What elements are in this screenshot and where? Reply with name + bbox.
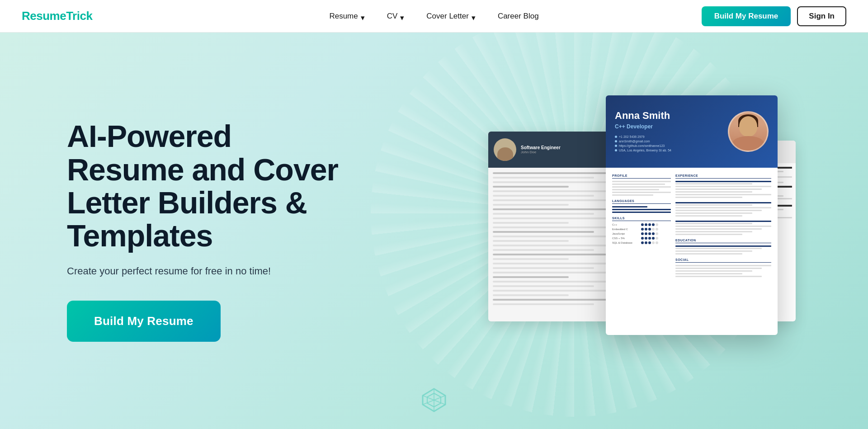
resume-line — [493, 213, 594, 215]
resume-line — [675, 226, 771, 227]
nav-item-cv[interactable]: CV ▾ — [379, 8, 415, 24]
resume-front-avatar — [728, 111, 769, 152]
resume-line — [612, 189, 659, 190]
resume-name: Anna Smith — [615, 110, 721, 122]
skill-row: Embedded C — [612, 228, 671, 231]
resume-section-social: Social — [675, 258, 771, 263]
resume-right-column: Experience — [675, 174, 771, 278]
resume-line — [493, 226, 619, 228]
resume-line — [493, 276, 569, 278]
logo[interactable]: ResumeTrick — [22, 9, 92, 23]
resume-section-experience: Experience — [675, 174, 771, 179]
resume-back-header: Software Engineer John Doe — [488, 132, 624, 168]
resume-front-header: Anna Smith C++ Developer +1 202 5436 297… — [606, 95, 778, 168]
resume-line — [675, 231, 752, 232]
contact-dot-icon — [615, 140, 617, 142]
sign-in-button[interactable]: Sign In — [797, 6, 846, 26]
resume-line — [493, 172, 619, 174]
header-build-resume-button[interactable]: Build My Resume — [702, 6, 791, 26]
resume-line — [493, 195, 594, 197]
resume-line — [493, 263, 619, 264]
resume-line — [612, 212, 671, 213]
resume-line — [675, 276, 762, 277]
resume-section-languages: Languages — [612, 199, 671, 204]
contact-dot-icon — [615, 149, 617, 151]
avatar-body-shape — [732, 136, 764, 151]
chevron-down-icon: ▾ — [400, 13, 406, 19]
resume-line — [493, 199, 619, 201]
resume-back-avatar — [494, 138, 516, 161]
resume-line — [493, 236, 619, 237]
resume-line — [675, 270, 752, 272]
hero-build-resume-button[interactable]: Build My Resume — [67, 301, 221, 342]
resume-back-name: Software Engineer — [521, 145, 561, 150]
resume-line — [675, 189, 762, 190]
resume-line — [675, 253, 742, 255]
hero-subtitle: Create your perfect resume for free in n… — [67, 265, 353, 277]
resume-line — [493, 217, 619, 219]
resume-section-skills: Skills — [612, 217, 671, 221]
resume-line — [675, 248, 762, 249]
resume-contact-email: annSmith@gmail.com — [615, 140, 721, 143]
resume-role: C++ Developer — [615, 123, 721, 130]
resume-line — [675, 210, 762, 211]
resume-line — [675, 191, 752, 193]
resume-line — [675, 215, 742, 217]
avatar-body-shape — [497, 147, 513, 161]
resume-left-column: Profile Languages Skills C++ — [612, 174, 671, 278]
resume-line — [612, 206, 647, 207]
resume-line — [493, 294, 569, 296]
skill-row: CSS + 5% — [612, 237, 671, 240]
resume-section-education: Education — [675, 239, 771, 243]
resume-line — [612, 192, 671, 193]
resume-line — [675, 212, 752, 214]
resume-line — [675, 183, 752, 184]
resume-front-info: Anna Smith C++ Developer +1 202 5436 297… — [615, 110, 721, 153]
resume-line — [493, 208, 619, 210]
resume-line — [493, 231, 594, 233]
resume-line — [675, 194, 771, 195]
resume-preview-front: Anna Smith C++ Developer +1 202 5436 297… — [606, 95, 778, 335]
resume-line — [493, 272, 619, 273]
resume-mockup-container: Software Engineer John Doe — [515, 95, 778, 367]
skill-row: SQL & Database — [612, 241, 671, 244]
hero-content: AI-Powered Resume and Cover Letter Build… — [0, 120, 353, 342]
resume-line — [493, 177, 594, 179]
resume-line — [612, 186, 671, 188]
resume-line — [612, 209, 671, 210]
resume-line — [675, 245, 771, 247]
resume-back-body — [488, 168, 624, 312]
resume-line — [675, 223, 752, 224]
resume-contact-address: USA, Los Angeles, Brewery St ab. 54 — [615, 149, 721, 152]
resume-line — [493, 290, 619, 292]
resume-line — [675, 186, 771, 187]
resume-line — [493, 299, 619, 301]
resume-line — [612, 181, 671, 182]
nav-item-cover-letter[interactable]: Cover Letter ▾ — [418, 8, 486, 24]
resume-line — [675, 265, 771, 266]
resume-line — [493, 190, 619, 192]
resume-line — [675, 273, 742, 274]
resume-line — [675, 268, 762, 269]
resume-line — [493, 267, 594, 269]
nav-item-career-blog[interactable]: Career Blog — [490, 8, 547, 24]
resume-line — [675, 221, 771, 222]
nav-item-resume[interactable]: Resume ▾ — [321, 8, 375, 24]
resume-contact-phone: +1 202 5436 2979 — [615, 135, 721, 138]
resume-line — [675, 181, 771, 182]
main-nav: Resume ▾ CV ▾ Cover Letter ▾ Career Blog — [321, 8, 547, 24]
resume-line — [493, 186, 569, 188]
chevron-down-icon: ▾ — [472, 13, 478, 19]
resume-back-title: John Doe — [521, 150, 561, 154]
nav-label-cover-letter: Cover Letter — [426, 12, 469, 21]
resume-line — [675, 250, 752, 252]
resume-line — [493, 249, 594, 251]
resume-front-body: Profile Languages Skills C++ — [606, 168, 778, 285]
resume-line — [493, 245, 619, 246]
resume-line — [675, 197, 742, 198]
logo-text-trick: Trick — [66, 9, 92, 23]
resume-preview-back: Software Engineer John Doe — [488, 132, 624, 321]
resume-line — [675, 228, 762, 230]
resume-line — [493, 258, 569, 260]
hero-title: AI-Powered Resume and Cover Letter Build… — [67, 120, 353, 253]
